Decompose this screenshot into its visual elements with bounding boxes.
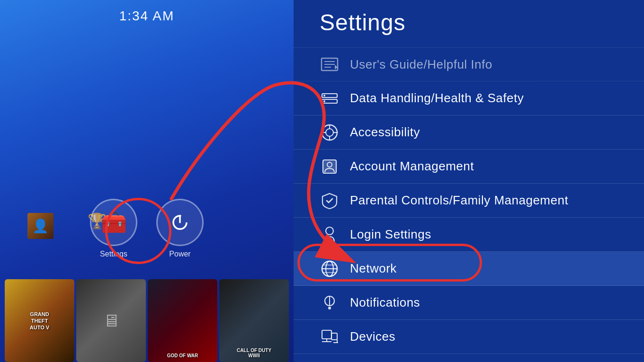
settings-list: User's Guide/Helpful Info Data Handling/… xyxy=(294,47,644,362)
network-label: Network xyxy=(350,261,397,276)
game-thumbnails: GRANDTHEFTAUTO V 🖥 GOD OF WAR CALL OF DU… xyxy=(0,279,294,362)
settings-title: Settings xyxy=(320,9,405,35)
power-svg-icon xyxy=(170,212,190,233)
svg-point-9 xyxy=(323,95,325,97)
network-icon xyxy=(320,259,340,279)
users-guide-label: User's Guide/Helpful Info xyxy=(350,57,492,72)
settings-icon-circle[interactable]: 🧰 xyxy=(90,199,137,246)
user-avatar: 👤 xyxy=(27,213,54,239)
svg-point-27 xyxy=(328,307,331,309)
avatar-face: 👤 xyxy=(32,218,49,234)
parental-controls-icon xyxy=(320,191,340,211)
account-management-icon xyxy=(320,157,340,177)
left-panel: 1:34 AM 👤 🏆 🧰 Settings Power GRANDTHEFTA… xyxy=(0,0,294,362)
login-settings-icon xyxy=(320,225,340,245)
svg-point-19 xyxy=(326,227,333,235)
svg-rect-29 xyxy=(322,330,331,339)
devices-label: Devices xyxy=(350,329,395,344)
settings-item-network[interactable]: Network xyxy=(294,252,644,286)
gta-label: GRANDTHEFTAUTO V xyxy=(30,310,49,331)
settings-item-account-management[interactable]: Account Management xyxy=(294,150,644,184)
settings-item-login-settings[interactable]: Login Settings xyxy=(294,218,644,252)
game-thumb-tv[interactable]: 🖥 xyxy=(76,279,146,362)
gow-label: GOD OF WAR xyxy=(167,353,198,358)
time-display: 1:34 AM xyxy=(119,9,175,24)
right-panel: Settings User's Guide/Helpful Info xyxy=(294,0,644,362)
settings-item-users-guide[interactable]: User's Guide/Helpful Info xyxy=(294,47,644,81)
power-label: Power xyxy=(169,250,190,258)
svg-text:i: i xyxy=(329,299,330,305)
game-thumb-gow[interactable]: GOD OF WAR xyxy=(148,279,217,362)
accessibility-label: Accessibility xyxy=(350,125,420,140)
main-icons-row: 🧰 Settings Power xyxy=(90,199,204,258)
settings-icon-item[interactable]: 🧰 Settings xyxy=(90,199,137,258)
settings-item-data-handling[interactable]: Data Handling/Health & Safety xyxy=(294,81,644,115)
data-handling-icon xyxy=(320,88,340,108)
svg-point-12 xyxy=(326,129,333,136)
svg-point-10 xyxy=(323,100,325,102)
settings-item-devices[interactable]: Devices xyxy=(294,320,644,354)
notifications-label: Notifications xyxy=(350,295,420,310)
settings-item-parental-controls[interactable]: Parental Controls/Family Management xyxy=(294,184,644,218)
account-management-label: Account Management xyxy=(350,159,474,174)
tv-icon: 🖥 xyxy=(103,311,120,331)
data-handling-label: Data Handling/Health & Safety xyxy=(350,91,524,106)
settings-label: Settings xyxy=(100,250,127,258)
power-icon-circle[interactable] xyxy=(156,199,204,246)
users-guide-icon xyxy=(320,54,340,74)
briefcase-icon: 🧰 xyxy=(101,212,127,233)
login-settings-label: Login Settings xyxy=(350,227,431,242)
devices-icon xyxy=(320,327,340,347)
parental-controls-label: Parental Controls/Family Management xyxy=(350,193,568,208)
game-thumb-cod[interactable]: CALL OF DUTYWWII xyxy=(219,279,289,362)
settings-item-notifications[interactable]: i Notifications xyxy=(294,286,644,320)
svg-rect-30 xyxy=(331,333,337,340)
notifications-icon: i xyxy=(320,293,340,313)
settings-item-accessibility[interactable]: Accessibility xyxy=(294,115,644,150)
power-icon-item[interactable]: Power xyxy=(156,199,204,258)
accessibility-icon xyxy=(320,123,340,142)
cod-label: CALL OF DUTYWWII xyxy=(237,348,271,358)
game-thumb-gta5[interactable]: GRANDTHEFTAUTO V xyxy=(5,279,74,362)
